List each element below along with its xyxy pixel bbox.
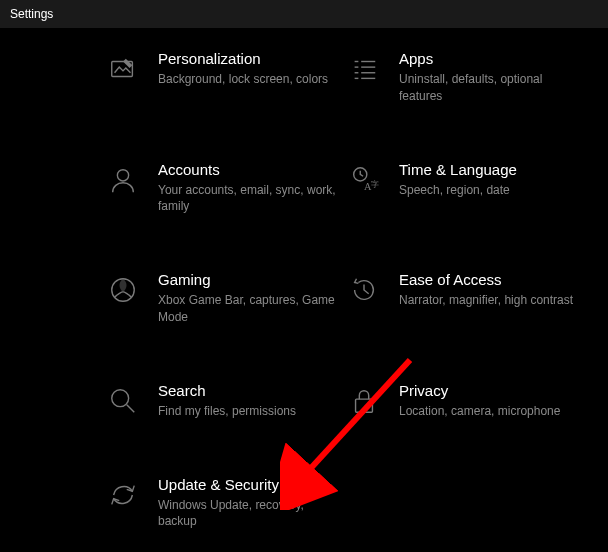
category-desc: Your accounts, email, sync, work, family xyxy=(158,182,336,216)
category-desc: Xbox Game Bar, captures, Game Mode xyxy=(158,292,336,326)
ease-of-access-icon xyxy=(347,273,381,307)
category-desc: Location, camera, microphone xyxy=(399,403,577,420)
category-title: Accounts xyxy=(158,161,336,178)
category-title: Ease of Access xyxy=(399,271,577,288)
category-accounts[interactable]: Accounts Your accounts, email, sync, wor… xyxy=(106,161,336,216)
titlebar: Settings xyxy=(0,0,608,28)
category-gaming[interactable]: Gaming Xbox Game Bar, captures, Game Mod… xyxy=(106,271,336,326)
svg-text:字: 字 xyxy=(371,179,379,188)
apps-icon xyxy=(347,52,381,86)
category-title: Privacy xyxy=(399,382,577,399)
category-desc: Find my files, permissions xyxy=(158,403,336,420)
window-title: Settings xyxy=(10,7,53,21)
category-desc: Windows Update, recovery, backup xyxy=(158,497,336,531)
update-security-icon xyxy=(106,478,140,512)
category-search[interactable]: Search Find my files, permissions xyxy=(106,382,336,420)
category-desc: Background, lock screen, colors xyxy=(158,71,336,88)
category-ease-of-access[interactable]: Ease of Access Narrator, magnifier, high… xyxy=(347,271,577,326)
accounts-icon xyxy=(106,163,140,197)
category-desc: Speech, region, date xyxy=(399,182,577,199)
category-title: Apps xyxy=(399,50,577,67)
category-title: Time & Language xyxy=(399,161,577,178)
category-time-language[interactable]: A字 Time & Language Speech, region, date xyxy=(347,161,577,216)
category-apps[interactable]: Apps Uninstall, defaults, optional featu… xyxy=(347,50,577,105)
category-desc: Uninstall, defaults, optional features xyxy=(399,71,577,105)
categories-grid: Personalization Background, lock screen,… xyxy=(0,50,608,530)
category-privacy[interactable]: Privacy Location, camera, microphone xyxy=(347,382,577,420)
gaming-icon xyxy=(106,273,140,307)
category-title: Gaming xyxy=(158,271,336,288)
settings-content: Personalization Background, lock screen,… xyxy=(0,28,608,530)
svg-point-14 xyxy=(112,390,129,407)
svg-point-9 xyxy=(117,169,128,180)
category-title: Update & Security xyxy=(158,476,336,493)
category-desc: Narrator, magnifier, high contrast xyxy=(399,292,577,309)
category-update-security[interactable]: Update & Security Windows Update, recove… xyxy=(106,476,336,531)
personalization-icon xyxy=(106,52,140,86)
time-language-icon: A字 xyxy=(347,163,381,197)
category-title: Search xyxy=(158,382,336,399)
category-title: Personalization xyxy=(158,50,336,67)
search-icon xyxy=(106,384,140,418)
category-personalization[interactable]: Personalization Background, lock screen,… xyxy=(106,50,336,105)
svg-rect-15 xyxy=(356,399,373,412)
privacy-icon xyxy=(347,384,381,418)
